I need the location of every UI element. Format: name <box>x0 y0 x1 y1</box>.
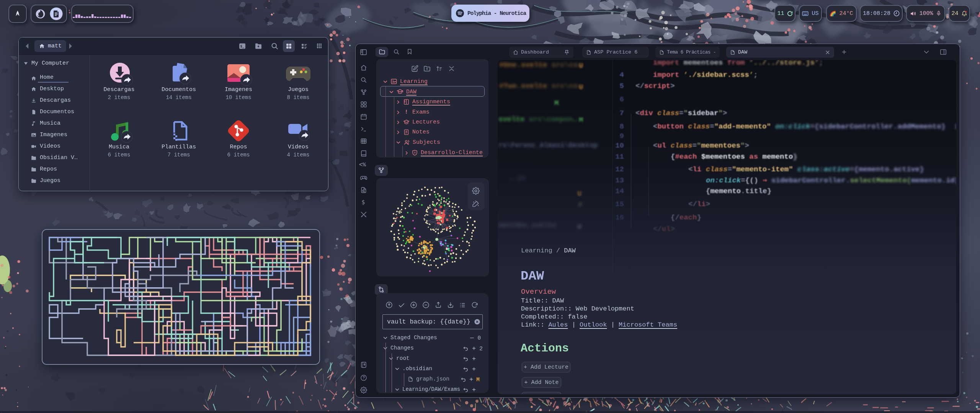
svg-text:$_: $_ <box>240 44 244 48</box>
svg-text:$: $ <box>361 199 365 206</box>
